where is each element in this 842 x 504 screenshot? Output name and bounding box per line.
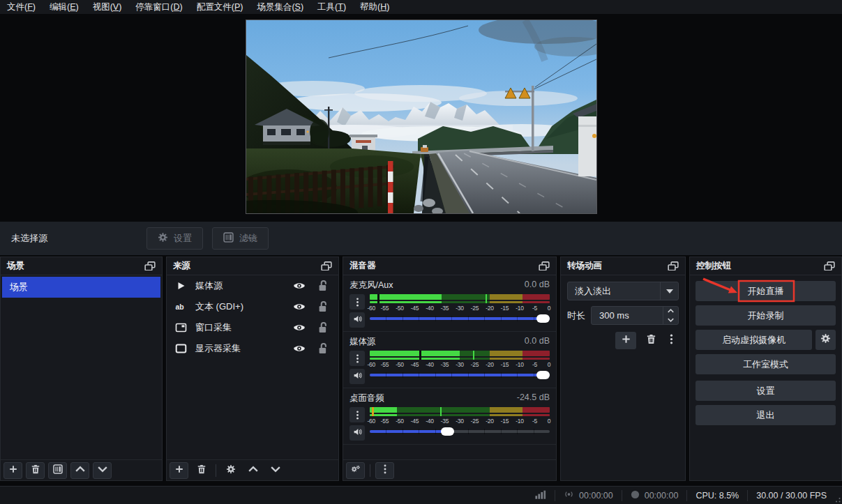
add-button[interactable] (615, 332, 636, 349)
double-gear-icon (351, 464, 361, 477)
volume-meter (370, 351, 550, 360)
move-up-button[interactable] (70, 462, 89, 479)
volume-slider-handle[interactable] (536, 371, 550, 379)
striped-pole (388, 161, 393, 213)
duration-spinbox[interactable]: 300 ms (591, 306, 679, 325)
more-options-button[interactable] (375, 462, 394, 479)
meter-peak-tick (473, 351, 474, 360)
lock-icon[interactable] (316, 323, 329, 333)
spin-down-button[interactable] (663, 316, 678, 325)
visibility-eye-icon[interactable] (293, 323, 306, 333)
stream-timer: 00:00:00 (555, 487, 622, 504)
spin-up-button[interactable] (663, 307, 678, 316)
meter-scale: -60-55-50-45-40-35-30-25-20-15-10-50 (370, 305, 550, 312)
menu-item[interactable]: 场景集合(S) (250, 0, 310, 14)
menu-item[interactable]: 帮助(H) (353, 0, 396, 14)
popout-icon[interactable] (668, 261, 679, 271)
add-button[interactable] (170, 462, 188, 479)
stream-health-indicator (527, 487, 555, 504)
mixer-channel: 麦克风/Aux 0.0 dB -60-55-50-45-40-35-30-25-… (343, 275, 556, 332)
filters-icon (223, 232, 234, 245)
lock-icon[interactable] (316, 281, 329, 291)
menu-item[interactable]: 工具(T) (310, 0, 353, 14)
meter-input-tick (419, 351, 421, 360)
mute-button[interactable] (349, 425, 365, 441)
channel-options-button[interactable] (349, 294, 365, 310)
remove-button[interactable] (26, 462, 45, 479)
resize-grip[interactable] (835, 497, 841, 503)
scene-list-item[interactable]: 场景 (2, 277, 160, 298)
volume-slider[interactable] (370, 427, 550, 436)
menu-item[interactable]: 停靠窗口(D) (128, 0, 189, 14)
plus-icon (621, 334, 631, 347)
menu-item[interactable]: 编辑(E) (43, 0, 86, 14)
popout-icon[interactable] (321, 261, 332, 271)
volume-slider[interactable] (370, 370, 550, 380)
visibility-eye-icon[interactable] (293, 344, 306, 353)
advanced-audio-button[interactable] (346, 462, 365, 479)
record-timer: 00:00:00 (622, 487, 687, 504)
sources-panel: 来源 媒体源 ab 文本 (GDI+) 窗口采集 显示器采集 (166, 257, 339, 481)
menu-item[interactable]: 配置文件(P) (190, 0, 250, 14)
transitions-panel-title: 转场动画 (567, 260, 602, 272)
source-list-item[interactable]: 媒体源 (167, 275, 338, 296)
move-up-button[interactable] (243, 462, 262, 479)
properties-button[interactable] (221, 462, 240, 479)
chevron-down-icon (98, 464, 107, 477)
sources-panel-title: 来源 (173, 260, 190, 272)
popout-icon[interactable] (144, 261, 156, 271)
media-source-icon (174, 281, 188, 291)
more-options-button[interactable] (666, 334, 677, 347)
start-recording-button[interactable]: 开始录制 (696, 305, 836, 326)
studio-mode-button[interactable]: 工作室模式 (696, 354, 836, 374)
move-down-button[interactable] (93, 462, 112, 479)
settings-button[interactable]: 设置 (696, 381, 836, 401)
volume-slider-handle[interactable] (536, 314, 550, 323)
toolbar-separator (370, 464, 370, 477)
source-filters-button[interactable]: 滤镜 (212, 227, 269, 250)
menu-item[interactable]: 文件(F) (0, 0, 43, 14)
move-down-button[interactable] (266, 462, 285, 479)
filters-button[interactable] (48, 462, 67, 479)
start-streaming-button[interactable]: 开始直播 (696, 281, 836, 301)
popout-icon[interactable] (539, 261, 550, 271)
chevron-down-icon (271, 464, 280, 477)
source-list-item[interactable]: 显示器采集 (167, 338, 338, 359)
exit-button[interactable]: 退出 (696, 405, 836, 425)
cpu-usage: CPU: 8.5% (687, 487, 747, 504)
menu-item[interactable]: 视图(V) (86, 0, 129, 14)
visibility-eye-icon[interactable] (293, 302, 306, 312)
video-preview-canvas[interactable] (246, 20, 597, 214)
remove-button[interactable] (192, 462, 211, 479)
volume-slider[interactable] (370, 314, 550, 323)
volume-slider-handle[interactable] (441, 427, 454, 436)
mixer-panel-title: 混音器 (349, 260, 376, 272)
source-list-item[interactable]: 窗口采集 (167, 317, 338, 338)
mute-button[interactable] (349, 312, 365, 328)
visibility-eye-icon[interactable] (293, 281, 306, 291)
transition-select[interactable]: 淡入淡出 (567, 282, 679, 300)
channel-options-button[interactable] (349, 407, 365, 422)
mute-button[interactable] (349, 369, 365, 384)
menu-bar: 文件(F)编辑(E)视图(V)停靠窗口(D)配置文件(P)场景集合(S)工具(T… (0, 0, 842, 14)
source-properties-toolbar: 未选择源 设置 滤镜 (0, 222, 842, 255)
source-properties-button[interactable]: 设置 (146, 227, 203, 250)
scene-transitions-panel: 转场动画 淡入淡出 时长 300 ms (560, 257, 686, 481)
meter-input-tick (377, 294, 379, 303)
duration-value: 300 ms (592, 307, 663, 324)
source-list-item[interactable]: ab 文本 (GDI+) (167, 296, 338, 317)
channel-options-button[interactable] (349, 351, 365, 366)
chevron-down-icon (660, 282, 678, 300)
lock-icon[interactable] (316, 344, 329, 353)
lock-icon[interactable] (316, 302, 329, 312)
popout-icon[interactable] (824, 261, 835, 271)
add-button[interactable] (3, 462, 22, 479)
channel-db-value: -24.5 dB (517, 392, 550, 404)
transition-selected-value: 淡入淡出 (568, 285, 660, 298)
start-virtual-camera-button[interactable]: 启动虚拟摄像机 (696, 330, 812, 350)
source-label: 显示器采集 (195, 342, 241, 355)
channel-db-value: 0.0 dB (525, 336, 550, 348)
remove-button[interactable] (646, 334, 656, 347)
virtual-camera-config-button[interactable] (815, 330, 836, 350)
controls-panel-header: 控制按钮 (690, 257, 841, 275)
